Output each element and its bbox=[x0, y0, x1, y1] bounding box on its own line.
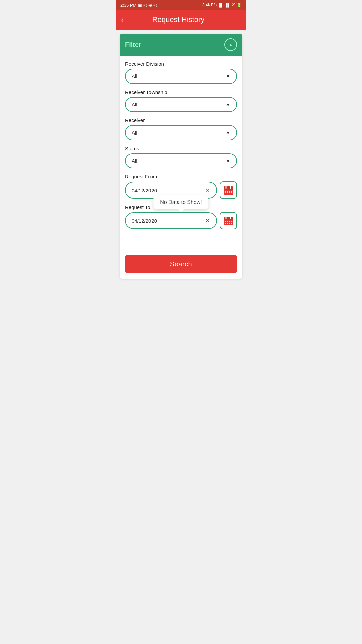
page-title: Request History bbox=[129, 15, 228, 24]
no-data-text: No Data to Show! bbox=[160, 199, 202, 205]
receiver-label: Receiver bbox=[125, 117, 237, 123]
svg-rect-7 bbox=[229, 191, 230, 192]
svg-rect-25 bbox=[231, 223, 232, 224]
receiver-division-dropdown[interactable]: All ▼ bbox=[125, 69, 237, 84]
request-to-row: 04/12/2020 ✕ bbox=[125, 212, 237, 229]
svg-rect-24 bbox=[229, 223, 230, 224]
request-from-calendar-button[interactable] bbox=[220, 181, 237, 199]
calendar-icon bbox=[223, 215, 234, 226]
dropdown-arrow-icon: ▼ bbox=[226, 74, 230, 79]
network-speed: 3.4KB/s bbox=[202, 3, 217, 7]
svg-rect-11 bbox=[229, 192, 230, 193]
no-data-tooltip: No Data to Show! bbox=[153, 195, 208, 209]
status-bar: 2:35 PM ▣ ◎ ◉ ◎ 3.4KB/s ▐▌ ▐▌ ⦿ 🔋 bbox=[116, 0, 246, 10]
status-group: Status All ▼ bbox=[125, 146, 237, 168]
filter-toggle-button[interactable]: ▲ bbox=[224, 38, 237, 51]
request-from-value: 04/12/2020 bbox=[132, 187, 157, 193]
status-value: All bbox=[132, 158, 137, 164]
receiver-division-group: Receiver Division All ▼ bbox=[125, 61, 237, 84]
svg-rect-20 bbox=[229, 221, 230, 222]
svg-rect-21 bbox=[231, 221, 232, 222]
dropdown-arrow-icon: ▼ bbox=[226, 158, 230, 164]
signal-icons: ▣ ◎ ◉ ◎ bbox=[138, 3, 157, 8]
search-button[interactable]: Search bbox=[125, 255, 237, 273]
main-content: Filter ▲ Receiver Division All ▼ Receive… bbox=[116, 30, 246, 283]
svg-rect-15 bbox=[224, 220, 233, 220]
svg-rect-19 bbox=[227, 221, 228, 222]
status-dropdown[interactable]: All ▼ bbox=[125, 153, 237, 168]
svg-rect-10 bbox=[227, 192, 228, 193]
svg-rect-2 bbox=[224, 189, 233, 190]
request-to-value: 04/12/2020 bbox=[132, 218, 157, 224]
receiver-division-value: All bbox=[132, 73, 137, 79]
receiver-township-label: Receiver Township bbox=[125, 89, 237, 95]
request-from-label: Request From bbox=[125, 174, 237, 179]
receiver-township-dropdown[interactable]: All ▼ bbox=[125, 97, 237, 112]
dropdown-arrow-icon: ▼ bbox=[226, 102, 230, 107]
request-to-calendar-button[interactable] bbox=[220, 212, 237, 229]
status-bar-left: 2:35 PM ▣ ◎ ◉ ◎ bbox=[120, 3, 157, 8]
request-to-clear-button[interactable]: ✕ bbox=[205, 217, 210, 224]
svg-rect-18 bbox=[225, 221, 226, 222]
request-from-clear-button[interactable]: ✕ bbox=[205, 186, 210, 194]
calendar-icon bbox=[223, 185, 234, 196]
svg-rect-6 bbox=[227, 191, 228, 192]
receiver-dropdown[interactable]: All ▼ bbox=[125, 125, 237, 140]
receiver-value: All bbox=[132, 130, 137, 136]
svg-rect-22 bbox=[225, 223, 226, 224]
svg-rect-23 bbox=[227, 223, 228, 224]
header: ‹ Request History bbox=[116, 10, 246, 30]
filter-body: Receiver Division All ▼ Receiver Townshi… bbox=[120, 56, 242, 279]
request-to-group: Request To 04/12/2020 ✕ bbox=[125, 204, 237, 229]
receiver-township-group: Receiver Township All ▼ bbox=[125, 89, 237, 112]
dropdown-arrow-icon: ▼ bbox=[226, 130, 230, 136]
back-button[interactable]: ‹ bbox=[121, 15, 124, 24]
filter-card: Filter ▲ Receiver Division All ▼ Receive… bbox=[120, 34, 242, 279]
status-label: Status bbox=[125, 146, 237, 151]
svg-rect-5 bbox=[225, 191, 226, 192]
receiver-township-value: All bbox=[132, 102, 137, 107]
time: 2:35 PM bbox=[120, 3, 136, 8]
svg-rect-12 bbox=[231, 192, 232, 193]
status-bar-right: 3.4KB/s ▐▌ ▐▌ ⦿ 🔋 bbox=[202, 3, 242, 7]
svg-rect-9 bbox=[225, 192, 226, 193]
filter-title: Filter bbox=[125, 41, 141, 49]
signal-bars: ▐▌ ▐▌ ⦿ 🔋 bbox=[218, 3, 242, 7]
receiver-division-label: Receiver Division bbox=[125, 61, 237, 67]
svg-rect-8 bbox=[231, 191, 232, 192]
filter-header: Filter ▲ bbox=[120, 34, 242, 56]
receiver-group: Receiver All ▼ bbox=[125, 117, 237, 140]
chevron-up-icon: ▲ bbox=[228, 42, 233, 47]
request-to-input[interactable]: 04/12/2020 ✕ bbox=[125, 212, 217, 229]
